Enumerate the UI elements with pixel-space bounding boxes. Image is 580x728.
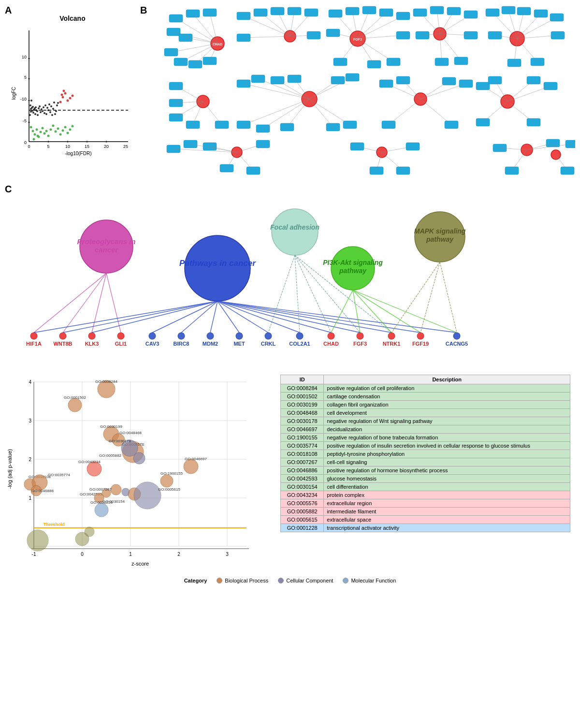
- svg-point-415: [27, 530, 48, 551]
- main-container: A Volcano 0 -5 -10 5 10: [0, 0, 580, 588]
- svg-point-292: [30, 333, 37, 339]
- go-id-cell: GO:0008284: [281, 384, 324, 393]
- svg-point-72: [34, 133, 36, 136]
- svg-point-70: [30, 126, 32, 129]
- svg-text:5: 5: [47, 144, 49, 149]
- legend-biological-process: Biological Process: [217, 578, 268, 583]
- svg-point-56: [55, 110, 57, 112]
- svg-line-338: [218, 301, 420, 333]
- table-header-description: Description: [324, 375, 570, 384]
- go-desc-cell: collagen fibril organization: [324, 401, 570, 409]
- svg-line-332: [218, 301, 239, 333]
- svg-text:MAPK signaling: MAPK signaling: [414, 227, 466, 235]
- svg-point-50: [49, 111, 51, 113]
- row-ab: A Volcano 0 -5 -10 5 10: [5, 5, 575, 179]
- svg-line-226: [244, 99, 309, 125]
- svg-point-68: [63, 90, 65, 92]
- go-id-cell: GO:0005882: [281, 508, 324, 516]
- svg-point-32: [32, 112, 34, 114]
- panel-b: B: [140, 5, 575, 179]
- svg-text:Threshold: Threshold: [44, 522, 65, 527]
- svg-text:FGF19: FGF19: [412, 341, 429, 347]
- svg-line-122: [244, 16, 290, 36]
- svg-text:BIRC8: BIRC8: [173, 341, 189, 347]
- svg-line-160: [440, 15, 471, 34]
- go-desc-cell: cell-cell signaling: [324, 458, 570, 466]
- go-desc-cell: positive regulation of cell proliferatio…: [324, 384, 570, 393]
- svg-line-127: [244, 36, 290, 38]
- svg-point-312: [328, 333, 334, 339]
- svg-point-62: [62, 96, 64, 99]
- svg-line-242: [508, 102, 534, 122]
- svg-line-345: [331, 290, 353, 333]
- svg-line-232: [403, 80, 420, 99]
- svg-point-414: [95, 503, 108, 517]
- svg-point-59: [29, 104, 31, 106]
- svg-point-318: [417, 333, 424, 339]
- volcano-container: Volcano 0 -5 -10 5 10 0: [10, 15, 135, 169]
- svg-line-236: [420, 99, 451, 125]
- svg-text:25: 25: [123, 144, 128, 149]
- svg-text:Proteoglycans in: Proteoglycans in: [77, 237, 136, 246]
- svg-point-46: [45, 113, 47, 115]
- svg-point-306: [236, 333, 243, 339]
- table-row: GO:0030154cell differentiation: [281, 483, 570, 491]
- svg-point-47: [46, 107, 48, 109]
- table-row: GO:0005576extracellular region: [281, 499, 570, 508]
- go-id-cell: GO:0046886: [281, 466, 324, 475]
- svg-line-177: [517, 14, 541, 39]
- go-desc-cell: extracellular space: [324, 516, 570, 524]
- legend-cellular-component: Cellular Component: [278, 578, 333, 583]
- table-row: GO:0042593glucose homeostasis: [281, 475, 570, 483]
- svg-point-65: [69, 97, 72, 100]
- svg-point-33: [33, 108, 35, 110]
- go-desc-cell: positive regulation of hormone biosynthe…: [324, 466, 570, 475]
- svg-line-322: [34, 273, 106, 333]
- svg-point-390: [133, 452, 145, 464]
- volcano-plot: 0 -5 -10 5 10 0 5 10 15 20 25: [10, 23, 130, 163]
- legend-mf-label: Molecular Function: [351, 578, 396, 583]
- svg-point-281: [272, 209, 318, 255]
- svg-point-83: [57, 128, 59, 130]
- legend-bp-label: Biological Process: [225, 578, 268, 583]
- panel-a: A Volcano 0 -5 -10 5 10: [5, 5, 140, 179]
- svg-point-52: [51, 114, 53, 116]
- go-desc-cell: protein complex: [324, 491, 570, 499]
- legend-dot-cc: [278, 578, 284, 583]
- svg-point-84: [59, 133, 62, 136]
- svg-point-314: [357, 333, 363, 339]
- svg-point-58: [57, 102, 59, 104]
- svg-line-146: [340, 39, 358, 62]
- svg-point-35: [36, 110, 38, 112]
- go-id-cell: GO:0043234: [281, 491, 324, 499]
- svg-text:PI3K-Akt signaling: PI3K-Akt signaling: [323, 259, 383, 266]
- svg-point-87: [67, 132, 69, 134]
- svg-text:GO:0001228: GO:0001228: [90, 500, 113, 505]
- svg-point-39: [40, 111, 42, 113]
- table-row: GO:0046886positive regulation of hormone…: [281, 466, 570, 475]
- go-id-cell: GO:0030199: [281, 401, 324, 409]
- legend-cc-label: Cellular Component: [286, 578, 333, 583]
- svg-point-45: [44, 104, 46, 106]
- svg-text:0: 0: [28, 144, 30, 149]
- go-id-cell: GO:0005576: [281, 499, 324, 508]
- table-row: GO:1900155negative regulation of bone tr…: [281, 434, 570, 442]
- svg-text:Focal adhesion: Focal adhesion: [270, 223, 319, 231]
- svg-line-235: [389, 99, 420, 125]
- table-row: GO:0007267cell-cell signaling: [281, 458, 570, 466]
- svg-line-350: [392, 262, 440, 333]
- svg-text:KLK3: KLK3: [85, 341, 99, 347]
- svg-line-224: [309, 80, 338, 99]
- go-id-cell: GO:0042593: [281, 475, 324, 483]
- svg-text:4: 4: [29, 379, 31, 385]
- go-id-cell: GO:0035774: [281, 442, 324, 450]
- legend-label: Category: [184, 578, 207, 583]
- svg-text:5: 5: [24, 75, 27, 80]
- table-row: GO:0030199collagen fibril organization: [281, 401, 570, 409]
- svg-text:GO:0046886: GO:0046886: [31, 489, 54, 493]
- svg-text:CAV3: CAV3: [145, 341, 160, 347]
- svg-line-229: [309, 99, 333, 127]
- go-id-cell: GO:0030154: [281, 483, 324, 491]
- svg-point-82: [55, 131, 57, 133]
- go-table: ID Description GO:0008284positive regula…: [280, 375, 570, 532]
